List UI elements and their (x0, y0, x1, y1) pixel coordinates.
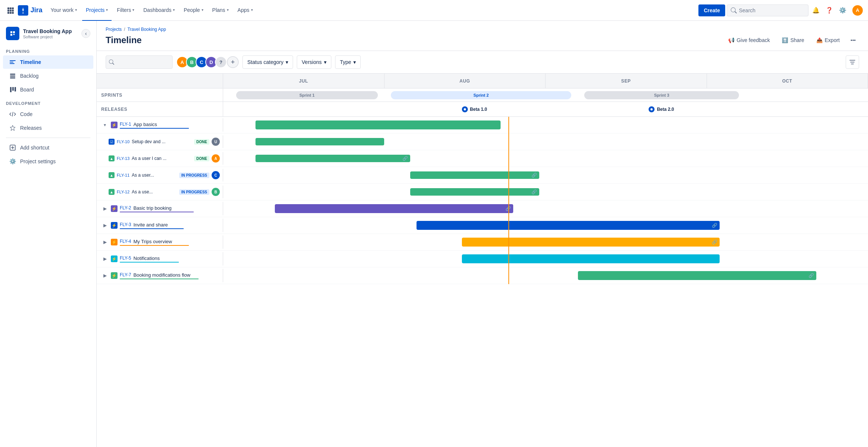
bar-fly5[interactable] (462, 254, 720, 263)
epic-name-fly5: Notifications (134, 255, 218, 261)
page-title: Timeline (106, 35, 142, 45)
bar-fly12[interactable]: 🔗 (410, 188, 539, 196)
nav-dashboards[interactable]: Dashboards ▾ (139, 0, 179, 21)
bar-track-fly7: 🔗 (223, 267, 868, 284)
sprint-2-pill[interactable]: Sprint 2 (391, 91, 572, 99)
backlog-icon (9, 72, 16, 80)
collapse-sidebar-button[interactable]: ‹ (81, 29, 90, 38)
view-settings-button[interactable] (846, 55, 859, 69)
nav-projects[interactable]: Projects ▾ (82, 0, 112, 21)
status-done-fly10: DONE (194, 139, 209, 145)
bar-fly2[interactable]: 🔗 (275, 204, 514, 213)
export-icon: 📤 (816, 37, 823, 43)
beta-1-dot (462, 106, 468, 112)
add-person-button[interactable]: + (227, 56, 239, 68)
bar-fly3[interactable]: 🔗 (417, 221, 720, 230)
expand-fly3-button[interactable]: ▶ (101, 222, 109, 229)
bar-fly10[interactable] (255, 138, 385, 145)
development-section-label: DEVELOPMENT (0, 97, 96, 107)
sidebar-item-releases[interactable]: Releases (3, 121, 93, 135)
subtask-id-fly11[interactable]: FLY-11 (117, 173, 129, 177)
user-avatar[interactable]: A (852, 4, 864, 16)
bar-track-fly11: 🔗 (223, 167, 868, 183)
subtask-id-fly10[interactable]: FLY-10 (117, 139, 129, 144)
nav-apps[interactable]: Apps ▾ (234, 0, 257, 21)
search-input[interactable] (739, 7, 798, 13)
sidebar-item-add-shortcut[interactable]: Add shortcut (3, 141, 93, 154)
avatar-fly10: U (212, 138, 220, 146)
svg-rect-14 (10, 77, 15, 78)
main-content: Projects / Travel Booking App Timeline 📢… (97, 21, 868, 447)
bar-fly4[interactable]: 🔗 (462, 238, 720, 247)
breadcrumb: Projects / Travel Booking App (106, 27, 859, 32)
epic-name-fly2: Basic trip booking (134, 205, 218, 211)
more-options-button[interactable]: ••• (847, 34, 859, 46)
status-category-filter[interactable]: Status category ▾ (242, 55, 293, 69)
sidebar-item-code[interactable]: Code (3, 107, 93, 121)
timeline-search-box[interactable] (106, 55, 173, 69)
expand-fly1-button[interactable]: ▾ (101, 121, 109, 129)
planning-section-label: PLANNING (0, 45, 96, 55)
subtask-id-fly12[interactable]: FLY-12 (117, 190, 129, 194)
chevron-down-icon: ▾ (286, 59, 288, 65)
nav-filters[interactable]: Filters ▾ (113, 0, 138, 21)
epic-row-fly4: ▶ ⚡ FLY-4 My Trips overview (97, 234, 868, 251)
sprints-row: Sprints Sprint 1 Sprint 2 Sprint 3 (97, 89, 868, 102)
nav-your-work[interactable]: Your work ▾ (47, 0, 81, 21)
epic-id-fly5[interactable]: FLY-5 (120, 255, 131, 261)
link-icon: 🔗 (808, 273, 814, 278)
status-inprogress-fly11: IN PROGRESS (179, 173, 209, 178)
sprint-3-pill[interactable]: Sprint 3 (584, 91, 739, 99)
breadcrumb-app-link[interactable]: Travel Booking App (128, 27, 166, 32)
svg-rect-3 (7, 10, 9, 12)
sidebar-divider (6, 138, 90, 138)
settings-icon[interactable]: ⚙️ (837, 4, 849, 16)
subtask-icon-fly11: ▲ (109, 172, 115, 178)
bar-fly7[interactable]: 🔗 (578, 271, 817, 280)
sidebar-item-timeline[interactable]: Timeline (3, 55, 93, 69)
beta-2-release[interactable]: Beta 2.0 (649, 106, 674, 112)
svg-rect-13 (10, 75, 15, 77)
beta-1-release[interactable]: Beta 1.0 (462, 106, 487, 112)
breadcrumb-projects-link[interactable]: Projects (106, 27, 122, 32)
epic-name-fly1: App basics (134, 122, 218, 127)
sidebar-item-board[interactable]: Board (3, 83, 93, 96)
epic-id-fly1[interactable]: FLY-1 (120, 122, 131, 127)
create-button[interactable]: Create (698, 4, 725, 16)
export-button[interactable]: 📤 Export (812, 35, 844, 45)
give-feedback-button[interactable]: 📢 Give feedback (724, 35, 775, 45)
expand-fly7-button[interactable]: ▶ (101, 272, 109, 279)
type-filter[interactable]: Type ▾ (335, 55, 361, 69)
sidebar-project-info: Travel Booking App Software project (23, 28, 78, 39)
expand-fly2-button[interactable]: ▶ (101, 205, 109, 212)
releases-track: Beta 1.0 Beta 2.0 (223, 102, 868, 116)
bar-fly13[interactable]: 🔗 (255, 155, 410, 162)
status-inprogress-fly12: IN PROGRESS (179, 189, 209, 195)
epic-id-fly7[interactable]: FLY-7 (120, 272, 131, 277)
sidebar-item-project-settings[interactable]: ⚙️ Project settings (3, 155, 93, 168)
epic-id-fly3[interactable]: FLY-3 (120, 222, 131, 227)
expand-fly5-button[interactable]: ▶ (101, 255, 109, 263)
help-icon[interactable]: ❓ (823, 4, 835, 16)
epic-icon-fly5: ⚡ (111, 255, 118, 262)
epic-id-fly2[interactable]: FLY-2 (120, 205, 131, 210)
bar-fly1[interactable] (255, 120, 501, 129)
grid-menu-icon[interactable] (4, 4, 16, 16)
bar-fly11[interactable]: 🔗 (410, 171, 539, 179)
nav-people[interactable]: People ▾ (180, 0, 207, 21)
avatar-5[interactable]: ? (215, 56, 227, 68)
epic-id-fly4[interactable]: FLY-4 (120, 239, 131, 244)
nav-plans[interactable]: Plans ▾ (209, 0, 232, 21)
svg-rect-15 (10, 87, 12, 92)
expand-fly4-button[interactable]: ▶ (101, 238, 109, 246)
share-button[interactable]: ⬆️ Share (777, 35, 808, 45)
notifications-icon[interactable]: 🔔 (810, 4, 822, 16)
search-bar[interactable] (727, 4, 808, 16)
sprint-1-pill[interactable]: Sprint 1 (236, 91, 378, 99)
sidebar-item-backlog[interactable]: Backlog (3, 69, 93, 83)
svg-rect-4 (10, 10, 12, 12)
subtask-id-fly13[interactable]: FLY-13 (117, 156, 129, 161)
jira-logo[interactable]: Jira (18, 5, 42, 16)
timeline-search-input[interactable] (116, 59, 165, 65)
versions-filter[interactable]: Versions ▾ (297, 55, 331, 69)
